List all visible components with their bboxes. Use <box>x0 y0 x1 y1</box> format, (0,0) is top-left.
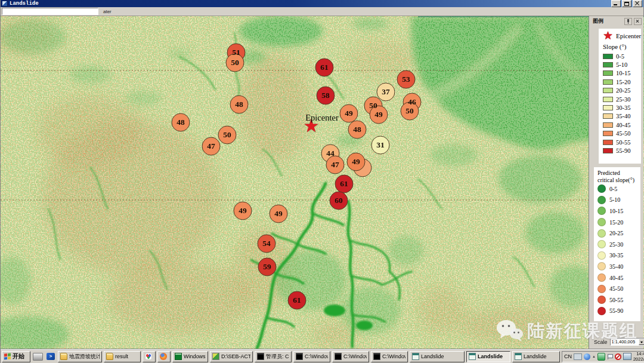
maximize-button[interactable] <box>622 0 631 7</box>
pin-icon[interactable] <box>624 18 632 25</box>
watermark: 陆新征课题组 <box>496 319 638 343</box>
tray-icons: ▲ <box>574 353 631 361</box>
close-button[interactable] <box>633 0 642 7</box>
legend-color-swatch <box>603 148 613 153</box>
cmd-icon <box>257 353 264 360</box>
legend-range-label: 45-50 <box>616 130 631 137</box>
taskbar-clock: 14:47 2022/9/5 <box>633 351 644 362</box>
start-button[interactable]: 开始 <box>2 351 30 362</box>
legend-circle-swatch <box>597 196 606 204</box>
legend-range-label: 45-50 <box>609 285 623 292</box>
green-app-icon[interactable] <box>597 353 605 361</box>
up-arrow-icon[interactable]: ▲ <box>592 355 596 358</box>
legend-range-label: 55-90 <box>616 147 631 154</box>
flag-icon[interactable] <box>607 353 613 360</box>
legend-range-label: 30-35 <box>616 104 631 111</box>
map-point-label: 61 <box>293 296 301 305</box>
taskbar-button[interactable]: C:\Windows... <box>371 351 408 362</box>
legend-item: 30-35 <box>603 103 641 112</box>
windows-flag-icon <box>4 353 11 360</box>
legend-range-label: 40-45 <box>616 122 631 128</box>
taskbar-button[interactable]: result <box>104 351 141 362</box>
map-point-label: 48 <box>353 125 361 134</box>
map-point-label: 59 <box>263 262 271 272</box>
keyboard-icon[interactable] <box>574 353 582 360</box>
taskbar-button[interactable]: Landslide <box>466 351 510 362</box>
legend-panel-header: 图例 <box>589 16 643 26</box>
legend-epicenter-star-icon: ★ <box>603 32 613 40</box>
map-point-label: 44 <box>326 149 335 158</box>
map-point-label: 31 <box>376 140 385 150</box>
taskbar-button[interactable]: Landslide <box>512 351 560 362</box>
app-icon <box>2 1 8 7</box>
legend-range-label: 0-5 <box>616 53 624 60</box>
map-point-label: 46 <box>408 97 416 107</box>
panel-close-icon[interactable] <box>634 18 642 25</box>
landslide-icon <box>412 353 419 360</box>
legend-range-label: 15-20 <box>616 79 631 85</box>
minimize-button[interactable] <box>611 0 621 7</box>
taskbar-button-label: C:\Windows... <box>343 353 367 359</box>
toolbar-label: ater <box>103 9 112 14</box>
legend-range-label: 25-30 <box>616 96 631 103</box>
taskbar-button-label: D:\SEB-ACT... <box>221 353 250 359</box>
taskbar-buttons: 地震滑坡统计...resultWindows 任...D:\SEB-ACT...… <box>58 351 560 362</box>
legend-color-swatch <box>603 97 613 102</box>
legend-item: 45-50 <box>597 283 640 294</box>
taskbar-button-label: C:\Windows... <box>305 353 328 359</box>
map-point-label: 50 <box>405 106 414 116</box>
taskbar-button[interactable]: D:\SEB-ACT... <box>210 351 253 362</box>
legend-color-swatch <box>603 62 613 67</box>
system-tray: CN ▲ 14:47 2022/9/5 <box>562 351 644 362</box>
taskbar-button[interactable] <box>143 351 156 362</box>
printer-icon[interactable] <box>32 352 43 361</box>
legend-item: 40-45 <box>603 121 641 129</box>
taskbar-button[interactable]: Landslide <box>410 351 465 362</box>
legend-range-label: 40-45 <box>609 275 623 281</box>
clock-time: 14:47 <box>636 351 644 356</box>
language-indicator[interactable]: CN <box>564 353 572 359</box>
slope-legend-title: Slope (°) <box>603 43 641 50</box>
legend-circle-swatch <box>597 285 606 293</box>
legend-item: 0-5 <box>597 183 640 195</box>
taskbar-button[interactable] <box>157 351 171 362</box>
taskbar-button[interactable]: C:\Windows... <box>332 351 369 362</box>
map-point-label: 48 <box>235 100 243 109</box>
legend-item: 55-90 <box>597 306 640 317</box>
browser-icon[interactable] <box>584 353 590 360</box>
clock-date: 2022/9/5 <box>633 356 644 362</box>
taskbar-button[interactable]: C:\Windows... <box>293 351 330 362</box>
legend-item: 10-15 <box>597 205 640 217</box>
network-icon[interactable] <box>623 353 631 360</box>
legend-range-label: 20-25 <box>616 87 631 94</box>
landslide-icon <box>515 353 522 360</box>
legend-item: 35-40 <box>603 112 641 121</box>
powershell-icon[interactable]: > <box>45 352 56 361</box>
map-point-label: 58 <box>321 91 330 100</box>
cmd-icon <box>296 353 303 360</box>
landslide-icon <box>469 353 476 360</box>
legend-circle-swatch <box>597 262 606 270</box>
legend-item: 5-10 <box>603 60 641 69</box>
legend-circle-swatch <box>597 184 606 193</box>
legend-item: 40-45 <box>597 272 640 284</box>
legend-circle-swatch <box>597 240 606 248</box>
legend-color-swatch <box>603 131 613 136</box>
blocked-icon[interactable] <box>615 353 621 360</box>
legend-panel: 图例 ★ Epicenter Slope (°) 0-55-1010-1515-… <box>589 16 643 349</box>
toolbar-input[interactable] <box>2 8 98 15</box>
slope-legend: ★ Epicenter Slope (°) 0-55-1010-1515-202… <box>599 29 641 164</box>
legend-color-swatch <box>603 70 613 76</box>
toolbar: ater <box>1 7 643 16</box>
legend-item: 0-5 <box>603 52 641 60</box>
legend-color-swatch <box>603 105 613 110</box>
legend-item: 20-25 <box>603 87 641 95</box>
legend-range-label: 5-10 <box>609 196 620 203</box>
taskbar-button-label: Landslide <box>478 353 503 359</box>
map-canvas[interactable]: 5150484850476158533750464949504831444749… <box>1 16 644 349</box>
taskbar-button[interactable]: 地震滑坡统计... <box>58 351 102 362</box>
taskbar-button[interactable]: 管理员: C:... <box>255 351 292 362</box>
scale-dropdown-icon[interactable] <box>639 339 644 345</box>
taskbar-button[interactable]: Windows 任... <box>172 351 208 362</box>
legend-item: 30-35 <box>597 250 640 262</box>
